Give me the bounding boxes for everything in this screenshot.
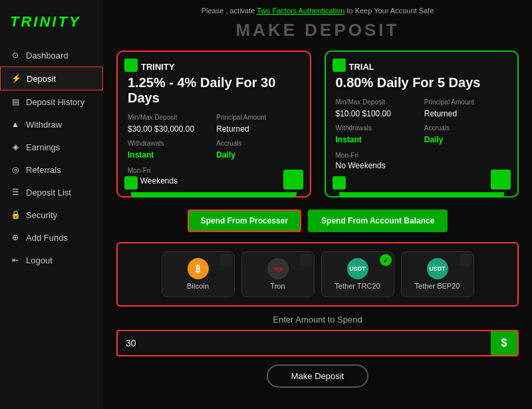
two-factor-notice: Please , activate Two Factors Authentica…	[116, 7, 519, 15]
sidebar: TRINITY ⊙ Dashboard ⚡ Deposit ▤ Deposit …	[0, 0, 103, 409]
sidebar-item-add-funds[interactable]: ⊕ Add Funds	[0, 226, 103, 249]
withdraw-icon: ▲	[10, 119, 21, 130]
principal-group: Principal Amount Returned	[216, 114, 299, 134]
corner-tl-decoration	[332, 59, 346, 72]
plan-name-trial: TRIAL	[349, 62, 374, 72]
payment-option-tether-trc20[interactable]: ✓ USDT Tether TRC20	[321, 251, 394, 297]
tether-bep20-icon-wrap: USDT	[422, 259, 452, 279]
spend-from-processor-button[interactable]: Spend From Processer	[188, 209, 301, 232]
plan-schedule-trinity: Mon-Fri No Weekends	[128, 167, 300, 186]
payment-label-tron: Tron	[252, 282, 304, 290]
payment-label-tether-trc20: Tether TRC20	[332, 282, 384, 290]
logout-icon: ⇤	[10, 255, 21, 265]
plan-header: TRINITY	[128, 62, 300, 72]
make-deposit-wrapper: Make Deposit	[116, 364, 519, 388]
plan-details-trial: Min/Max Deposit $10.00 $100.00 Principal…	[336, 98, 508, 145]
page-title: MAKE DEPOSIT	[116, 20, 519, 41]
tether-bep20-icon: USDT	[427, 258, 448, 279]
bitcoin-icon-wrap: ₿	[183, 259, 213, 279]
tether-trc20-icon: USDT	[347, 258, 368, 279]
bitcoin-icon: ₿	[188, 258, 209, 279]
withdrawals-group: Withdrawals Instant	[336, 124, 419, 145]
payment-label-tether-bep20: Tether BEP20	[412, 282, 464, 290]
min-max-value: $10.00 $100.00	[336, 109, 391, 118]
withdrawals-label: Withdrawals	[336, 124, 419, 132]
sidebar-item-referrals[interactable]: ◎ Referrals	[0, 158, 103, 181]
deposit-list-icon: ☰	[10, 187, 21, 198]
principal-value: Returned	[424, 109, 457, 118]
min-max-group: Min/Max Deposit $10.00 $100.00	[336, 98, 419, 119]
tron-icon: TRX	[267, 258, 289, 279]
plan-card-trial[interactable]: TRIAL 0.80% Daily For 5 Days Min/Max Dep…	[325, 51, 519, 198]
sidebar-item-logout[interactable]: ⇤ Logout	[0, 249, 103, 271]
sidebar-item-label: Logout	[26, 255, 53, 265]
accruals-value: Daily	[424, 135, 444, 144]
schedule-label: Mon-Fri	[336, 152, 508, 159]
check-badge: ✓	[380, 254, 392, 266]
payment-option-bitcoin[interactable]: ₿ Bitcoin	[162, 251, 235, 297]
sidebar-item-deposit-history[interactable]: ▤ Deposit History	[0, 90, 103, 113]
plans-row: TRINITY 1.25% - 4% Daily For 30 Days Min…	[116, 51, 519, 198]
add-funds-icon: ⊕	[10, 232, 21, 243]
accruals-value: Daily	[216, 150, 235, 160]
sidebar-item-deposit[interactable]: ⚡ Deposit	[0, 67, 103, 90]
two-factor-link[interactable]: Two Factors Authentication	[257, 7, 344, 15]
sidebar-item-label: Withdraw	[26, 120, 62, 130]
dashboard-icon: ⊙	[10, 50, 21, 61]
deposit-history-icon: ▤	[10, 96, 21, 107]
make-deposit-button[interactable]: Make Deposit	[267, 364, 368, 388]
plan-header: TRIAL	[336, 62, 508, 72]
sidebar-item-label: Deposit History	[26, 97, 84, 107]
amount-input[interactable]	[118, 333, 491, 354]
payment-option-tron[interactable]: TRX Tron	[241, 251, 315, 297]
min-max-value: $30.00 $30,000.00	[128, 124, 194, 134]
withdrawals-value: Instant	[336, 135, 362, 144]
accruals-group: Accruals Daily	[216, 140, 299, 160]
payment-options-list: ₿ Bitcoin TRX Tron ✓ USDT Tether TRC20	[126, 251, 509, 297]
spend-buttons-row: Spend From Processer Spend From Account …	[116, 209, 519, 232]
tron-icon-wrap: TRX	[263, 259, 293, 279]
amount-input-row: $	[116, 330, 519, 356]
withdrawals-group: Withdrawals Instant	[128, 140, 211, 160]
schedule-value: No Weekends	[336, 161, 386, 170]
currency-symbol-button[interactable]: $	[491, 331, 517, 355]
plan-card-trinity[interactable]: TRINITY 1.25% - 4% Daily For 30 Days Min…	[116, 51, 311, 198]
sidebar-item-withdraw[interactable]: ▲ Withdraw	[0, 113, 103, 136]
payment-option-tether-bep20[interactable]: USDT Tether BEP20	[401, 251, 474, 297]
sidebar-item-label: Security	[26, 210, 57, 220]
principal-value: Returned	[216, 124, 249, 134]
min-max-label: Min/Max Deposit	[128, 114, 211, 121]
sidebar-item-label: Deposit List	[26, 188, 71, 198]
accruals-group: Accruals Daily	[424, 124, 507, 145]
spend-from-balance-button[interactable]: Spend From Account Balance	[308, 209, 448, 232]
sidebar-item-security[interactable]: 🔒 Security	[0, 204, 103, 226]
sidebar-item-deposit-list[interactable]: ☰ Deposit List	[0, 181, 103, 204]
principal-label: Principal Amount	[216, 114, 299, 121]
plan-schedule-trial: Mon-Fri No Weekends	[336, 152, 508, 171]
withdrawals-label: Withdrawals	[128, 140, 211, 147]
plan-rate-trial: 0.80% Daily For 5 Days	[336, 75, 508, 90]
plan-rate-trinity: 1.25% - 4% Daily For 30 Days	[128, 75, 300, 106]
payment-methods-section: ₿ Bitcoin TRX Tron ✓ USDT Tether TRC20	[116, 242, 519, 307]
main-content: Please , activate Two Factors Authentica…	[103, 0, 532, 409]
sidebar-item-label: Deposit	[27, 74, 56, 84]
plan-details-trinity: Min/Max Deposit $30.00 $30,000.00 Princi…	[128, 114, 300, 160]
dark-badge	[460, 254, 471, 266]
principal-label: Principal Amount	[424, 98, 507, 106]
deposit-icon: ⚡	[11, 73, 21, 84]
plan-name-trinity: TRINITY	[141, 62, 175, 72]
sidebar-item-label: Referrals	[26, 165, 61, 175]
schedule-label: Mon-Fri	[128, 167, 300, 174]
withdrawals-value: Instant	[128, 150, 154, 160]
earnings-icon: ◈	[10, 142, 21, 152]
tether-trc20-icon-wrap: USDT	[342, 259, 372, 279]
sidebar-item-earnings[interactable]: ◈ Earnings	[0, 136, 103, 158]
sidebar-item-dashboard[interactable]: ⊙ Dashboard	[0, 44, 103, 67]
amount-label: Enter Amount to Spend	[116, 315, 519, 325]
sidebar-item-label: Earnings	[26, 142, 60, 152]
principal-group: Principal Amount Returned	[424, 98, 507, 119]
sidebar-item-label: Dashboard	[26, 51, 68, 61]
referrals-icon: ◎	[10, 164, 21, 175]
sidebar-item-label: Add Funds	[26, 233, 68, 243]
security-icon: 🔒	[10, 209, 21, 220]
